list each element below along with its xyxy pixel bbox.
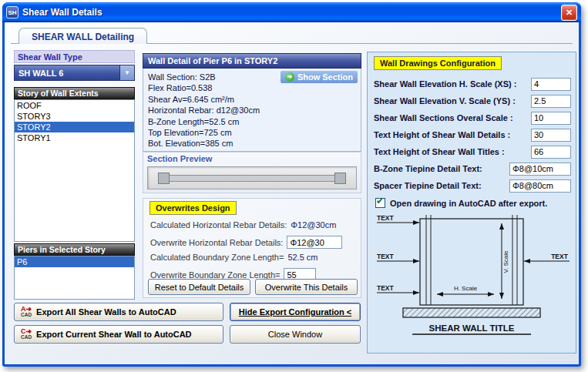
story-item-story2[interactable]: STORY2 bbox=[15, 122, 134, 132]
overwrite-rebar-row: Overwrite Horizontal Rebar Details: bbox=[143, 236, 361, 249]
diagram-title: SHEAR WALL TITLE bbox=[429, 323, 515, 333]
calculated-bzone-label: Calculated Boundary Zone Length= bbox=[150, 253, 284, 262]
story-list: ROOF STORY3 STORY2 STORY1 bbox=[14, 99, 135, 242]
calculated-bzone-value: 52.5 cm bbox=[287, 253, 318, 262]
reset-defaults-button[interactable]: Reset to Default Details bbox=[148, 279, 250, 295]
v-scale-input[interactable] bbox=[531, 95, 571, 108]
detail-line-flex-ratio: Flex Ratio=0.538 bbox=[148, 82, 356, 93]
cfg-row-h-scale: Shear Wall Elevation H. Scale (XS) : bbox=[374, 77, 571, 91]
detail-line-shear-av: Shear Av=6.645 cm²/m bbox=[148, 94, 356, 105]
pier-item-p6[interactable]: P6 bbox=[15, 256, 134, 267]
sections-scale-input[interactable] bbox=[531, 112, 571, 125]
close-icon[interactable]: ✕ bbox=[561, 5, 577, 21]
overwrite-rebar-label: Overwrite Horizontal Rebar Details: bbox=[150, 238, 283, 247]
cfg-row-text-height-details: Text Height of Shear Wall Details : bbox=[374, 128, 571, 142]
detail-line-top-elevation: Top Elevation=725 cm bbox=[148, 127, 356, 138]
wall-type-selected-value: SH WALL 6 bbox=[18, 69, 63, 78]
configuration-fields: Shear Wall Elevation H. Scale (XS) : She… bbox=[374, 77, 571, 193]
cfg-row-bzone-tiepine: B-Zone Tiepine Detail Text: bbox=[374, 162, 571, 176]
autocad-export-current-icon: C➜ CAD bbox=[21, 328, 32, 340]
story-item-story3[interactable]: STORY3 bbox=[15, 111, 134, 122]
overwrite-rebar-input[interactable] bbox=[287, 236, 342, 249]
diagram-text-label: TEXT bbox=[377, 253, 395, 260]
detail-line-bot-elevation: Bot. Elevation=385 cm bbox=[148, 138, 356, 149]
v-scale-label: V. Scale bbox=[502, 250, 509, 273]
overwrite-details-button[interactable]: Overwrite This Details bbox=[255, 279, 358, 295]
text-height-titles-input[interactable] bbox=[531, 146, 571, 159]
screen: SH Shear Wall Details ✕ SHEAR WALL Detai… bbox=[0, 0, 588, 372]
section-preview-panel: Section Preview bbox=[143, 152, 361, 193]
wall-detail-header: Wall Detail of Pier P6 in STORY2 bbox=[143, 53, 361, 69]
app-icon: SH bbox=[6, 6, 18, 18]
diagram-text-label: TEXT bbox=[551, 253, 569, 260]
dialog-body: SHEAR WALL Detailing Shear Wall Type SH … bbox=[5, 22, 579, 364]
spacer-tiepine-input[interactable] bbox=[509, 179, 571, 193]
open-in-autocad-checkbox[interactable]: ✔ bbox=[375, 198, 385, 208]
bzone-tiepine-input[interactable] bbox=[509, 163, 571, 176]
show-section-label: Show Section bbox=[297, 72, 353, 82]
cfg-row-v-scale: Shear Wall Elevation V. Scale (YS) : bbox=[374, 94, 571, 108]
calculated-rebar-label: Calculated Horizontal Rebar Details: bbox=[150, 220, 287, 230]
window-title: Shear Wall Details bbox=[22, 7, 557, 18]
diagram-text-label: TEXT bbox=[377, 284, 395, 292]
wall-drawings-configuration-header: Wall Drawings Configuration bbox=[374, 56, 502, 70]
cfg-row-sections-scale: Shear Wall Sections Overal Scale : bbox=[374, 111, 571, 125]
diagram-foundation bbox=[403, 308, 540, 317]
check-icon: ✔ bbox=[376, 196, 384, 206]
section-preview-label: Section Preview bbox=[147, 154, 357, 163]
story-extents-header: Story of Wall Extents bbox=[14, 87, 135, 99]
calculated-bzone-row: Calculated Boundary Zone Length= 52.5 cm bbox=[143, 253, 361, 262]
cfg-row-text-height-titles: Text Height of Shear Wall Titles : bbox=[374, 145, 571, 159]
show-section-link[interactable]: ➜ Show Section bbox=[281, 71, 358, 83]
show-section-arrow-icon: ➜ bbox=[285, 72, 294, 82]
export-current-label: Export Current Shear Wall to AutoCAD bbox=[36, 330, 191, 339]
open-in-autocad-row: ✔ Open drawing in AutoCAD after export. bbox=[375, 198, 547, 208]
wall-section-web bbox=[163, 175, 341, 182]
overwrite-bzone-label: Overwrite Boundary Zone Length= bbox=[150, 270, 280, 280]
export-all-label: Export All Shear Walls to AutoCAD bbox=[36, 307, 176, 317]
wall-drawings-configuration-panel: Wall Drawings Configuration Shear Wall E… bbox=[367, 52, 576, 354]
wall-type-dropdown[interactable]: SH WALL 6 ▼ bbox=[14, 65, 135, 81]
wall-detail-info: ➜ Show Section Wall Section: S2B Flex Ra… bbox=[143, 69, 361, 152]
text-height-details-input[interactable] bbox=[531, 129, 571, 142]
overwrites-design-header: Overwrites Design bbox=[150, 201, 237, 215]
calculated-rebar-value: Φ12@30cm bbox=[291, 220, 336, 230]
h-scale-input[interactable] bbox=[531, 78, 571, 91]
story-item-roof[interactable]: ROOF bbox=[15, 100, 134, 111]
wall-type-header: Shear Wall Type bbox=[14, 50, 135, 63]
export-current-button[interactable]: C➜ CAD Export Current Shear Wall to Auto… bbox=[14, 325, 223, 344]
close-window-button[interactable]: Close Window bbox=[230, 325, 361, 344]
hide-export-configuration-button[interactable]: Hide Export Configuration < bbox=[230, 303, 361, 321]
shear-wall-details-window: SH Shear Wall Details ✕ SHEAR WALL Detai… bbox=[2, 2, 581, 367]
diagram-text-label: TEXT bbox=[377, 214, 395, 222]
cfg-row-spacer-tiepine: Spacer Tiepine Detail Text: bbox=[374, 179, 571, 193]
tab-shear-wall-detailing[interactable]: SHEAR WALL Detailing bbox=[18, 28, 147, 44]
chevron-down-icon[interactable]: ▼ bbox=[119, 65, 134, 80]
wall-section-right-boundary bbox=[334, 173, 346, 184]
h-scale-label: H. Scale bbox=[454, 285, 478, 292]
shear-wall-diagram: TEXT TEXT TEXT TEXT V. Scale H. Scale bbox=[372, 213, 573, 350]
calculated-rebar-row: Calculated Horizontal Rebar Details: Φ12… bbox=[143, 220, 361, 230]
detail-line-bzone-length: B-Zone Length=52.5 cm bbox=[148, 116, 356, 127]
piers-list: P6 bbox=[14, 256, 135, 300]
overwrites-design-panel: Overwrites Design Calculated Horizontal … bbox=[143, 198, 361, 298]
open-in-autocad-label: Open drawing in AutoCAD after export. bbox=[390, 199, 547, 208]
autocad-export-all-icon: A➜ CAD bbox=[21, 306, 32, 318]
section-preview-canvas bbox=[147, 166, 357, 189]
titlebar: SH Shear Wall Details ✕ bbox=[2, 2, 581, 22]
story-item-story1[interactable]: STORY1 bbox=[15, 132, 134, 143]
piers-header: Piers in Selected Story bbox=[14, 243, 135, 256]
wall-section-left-boundary bbox=[158, 173, 170, 184]
export-all-button[interactable]: A➜ CAD Export All Shear Walls to AutoCAD bbox=[14, 303, 223, 321]
detail-line-horizontal-rebar: Horizontal Rebar: d12@30cm bbox=[148, 105, 356, 116]
